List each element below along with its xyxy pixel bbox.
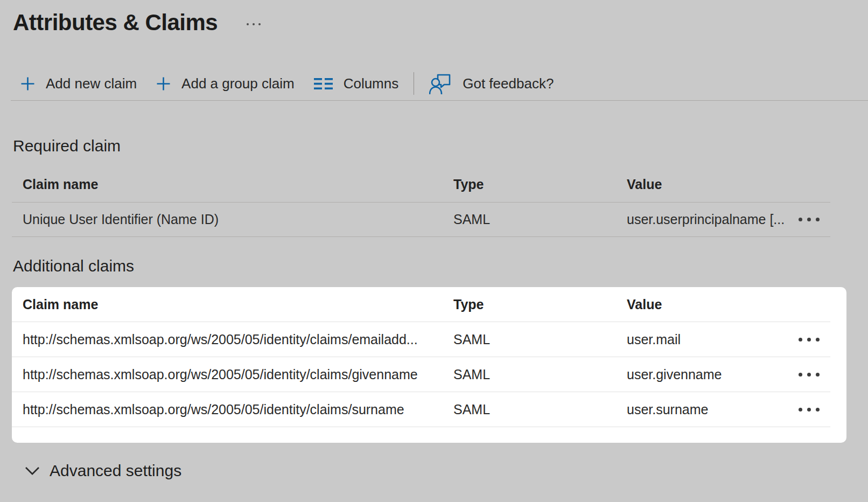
chevron-down-icon [25,466,40,476]
claim-row-surname[interactable]: http://schemas.xmlsoap.org/ws/2005/05/id… [12,392,830,427]
column-header-value: Value [616,177,787,192]
column-header-claim-name: Claim name [12,177,443,192]
page-title: Attributes & Claims [13,10,218,36]
additional-claims-card: Claim name Type Value http://schemas.xml… [12,287,846,443]
claim-name-cell: http://schemas.xmlsoap.org/ws/2005/05/id… [12,367,443,382]
claim-type-cell: SAML [443,367,616,382]
column-header-type: Type [443,177,616,192]
toolbar-separator [414,72,414,95]
got-feedback-button[interactable]: Got feedback? [419,67,563,100]
advanced-settings-label: Advanced settings [50,462,181,480]
table-header-row: Claim name Type Value [12,287,830,322]
claim-value-cell: user.surname [616,402,787,417]
claim-type-cell: SAML [443,212,616,227]
additional-claims-table: Claim name Type Value http://schemas.xml… [12,287,830,427]
claim-row-givenname[interactable]: http://schemas.xmlsoap.org/ws/2005/05/id… [12,357,830,392]
claim-value-cell: user.userprincipalname [... [616,212,787,227]
add-group-claim-button[interactable]: Add a group claim [146,67,304,100]
add-new-claim-label: Add new claim [46,75,137,92]
page-header: Attributes & Claims [0,0,868,38]
columns-button[interactable]: Columns [304,67,409,100]
column-header-type: Type [443,297,616,312]
row-more-options-icon[interactable] [787,203,830,236]
claim-row-unique-user-identifier[interactable]: Unique User Identifier (Name ID) SAML us… [12,203,830,237]
claim-name-cell: http://schemas.xmlsoap.org/ws/2005/05/id… [12,332,443,347]
add-group-claim-label: Add a group claim [181,75,295,92]
plus-icon [20,76,35,91]
advanced-settings-toggle[interactable]: Advanced settings [25,461,868,481]
got-feedback-label: Got feedback? [463,75,554,92]
more-options-icon[interactable] [247,23,261,25]
feedback-person-icon [429,72,452,95]
additional-claims-heading: Additional claims [13,256,868,276]
claim-type-cell: SAML [443,332,616,347]
table-header-row: Claim name Type Value [12,167,830,203]
required-claim-heading: Required claim [13,136,868,156]
claim-value-cell: user.givenname [616,367,787,382]
command-bar: Add new claim Add a group claim Colum [11,67,868,101]
row-more-options-icon[interactable] [787,322,830,357]
columns-icon [314,76,333,91]
claim-name-cell: Unique User Identifier (Name ID) [12,212,443,227]
columns-label: Columns [344,75,399,92]
plus-icon [156,76,171,91]
required-claims-table: Claim name Type Value Unique User Identi… [12,167,830,237]
column-header-value: Value [616,297,787,312]
claim-type-cell: SAML [443,402,616,417]
row-more-options-icon[interactable] [787,392,830,427]
claim-name-cell: http://schemas.xmlsoap.org/ws/2005/05/id… [12,402,443,417]
row-more-options-icon[interactable] [787,357,830,392]
claim-value-cell: user.mail [616,332,787,347]
add-new-claim-button[interactable]: Add new claim [11,67,146,100]
claim-row-emailaddress[interactable]: http://schemas.xmlsoap.org/ws/2005/05/id… [12,322,830,357]
column-header-claim-name: Claim name [12,297,443,312]
